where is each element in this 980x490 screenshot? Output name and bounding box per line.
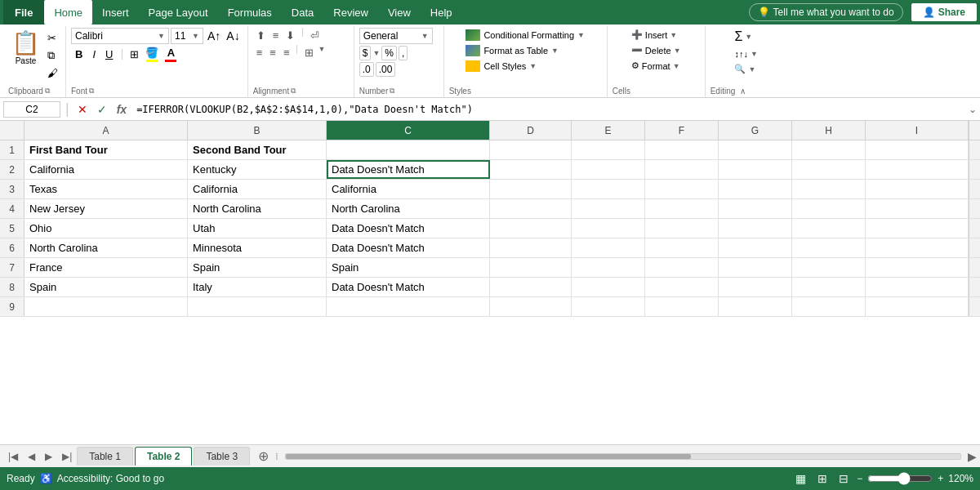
normal-view-button[interactable]: ▦: [792, 470, 809, 487]
cell-h4[interactable]: [792, 199, 866, 218]
cell-i1[interactable]: [866, 140, 969, 159]
cell-e5[interactable]: [572, 219, 645, 238]
borders-button[interactable]: ⊞: [127, 47, 141, 61]
percent-button[interactable]: %: [381, 46, 397, 60]
cell-f8[interactable]: [645, 278, 719, 296]
comma-button[interactable]: ,: [399, 46, 408, 60]
cell-c4[interactable]: North Carolina: [327, 199, 490, 218]
row-num-6[interactable]: 6: [0, 238, 24, 257]
row-num-8[interactable]: 8: [0, 278, 24, 296]
formula-expand-button[interactable]: ⌄: [969, 104, 977, 115]
merge-button[interactable]: ⊞: [301, 45, 317, 60]
cell-e4[interactable]: [572, 199, 645, 218]
row-num-3[interactable]: 3: [0, 180, 24, 198]
cell-c7[interactable]: Spain: [327, 258, 490, 277]
increase-decimal-button[interactable]: .00: [376, 62, 396, 77]
col-header-d[interactable]: D: [490, 121, 572, 140]
cell-h6[interactable]: [792, 238, 866, 257]
cell-b7[interactable]: Spain: [188, 258, 327, 277]
cell-f5[interactable]: [645, 219, 719, 238]
cell-a7[interactable]: France: [24, 258, 188, 277]
conditional-formatting-button[interactable]: Conditional Formatting ▼: [461, 28, 590, 42]
col-header-c[interactable]: C: [327, 121, 490, 140]
cell-f6[interactable]: [645, 238, 719, 257]
cell-h3[interactable]: [792, 180, 866, 198]
col-header-g[interactable]: G: [719, 121, 792, 140]
font-size-dropdown[interactable]: 11 ▼: [171, 28, 203, 44]
cancel-formula-button[interactable]: ✕: [74, 102, 91, 117]
cell-i4[interactable]: [866, 199, 969, 218]
currency-arrow[interactable]: ▼: [372, 49, 380, 57]
cell-e8[interactable]: [572, 278, 645, 296]
cell-b6[interactable]: Minnesota: [188, 238, 327, 257]
cell-d9[interactable]: [490, 297, 572, 316]
cell-c1[interactable]: [327, 140, 490, 159]
cell-d4[interactable]: [490, 199, 572, 218]
copy-button[interactable]: ⧉: [45, 48, 60, 63]
format-painter-button[interactable]: 🖌: [45, 66, 60, 80]
cell-d5[interactable]: [490, 219, 572, 238]
cell-b9[interactable]: [188, 297, 327, 316]
cell-a1[interactable]: First Band Tour: [24, 140, 188, 159]
cell-h2[interactable]: [792, 160, 866, 179]
cell-h7[interactable]: [792, 258, 866, 277]
cell-c2[interactable]: Data Doesn't Match: [327, 160, 490, 179]
col-header-h[interactable]: H: [792, 121, 866, 140]
tab-first-button[interactable]: |◀: [3, 449, 23, 464]
align-top-button[interactable]: ⬆: [253, 28, 269, 43]
tell-me-input[interactable]: 💡 Tell me what you want to do: [749, 3, 903, 21]
cell-a2[interactable]: California: [24, 160, 188, 179]
insert-button[interactable]: ➕ Insert ▼: [626, 28, 686, 42]
sort-filter-button[interactable]: ↕↑↓ ▼: [729, 47, 762, 60]
currency-button[interactable]: $: [359, 46, 372, 60]
bold-button[interactable]: B: [71, 47, 87, 62]
decrease-decimal-button[interactable]: .0: [359, 62, 374, 77]
align-middle-button[interactable]: ≡: [270, 28, 283, 43]
cell-g7[interactable]: [719, 258, 792, 277]
font-increase-button[interactable]: A↑: [205, 29, 223, 43]
align-left-button[interactable]: ≡: [253, 45, 266, 60]
cell-i5[interactable]: [866, 219, 969, 238]
cell-d8[interactable]: [490, 278, 572, 296]
function-button[interactable]: fx: [114, 102, 130, 117]
cell-e3[interactable]: [572, 180, 645, 198]
number-format-dropdown[interactable]: General ▼: [359, 28, 433, 44]
format-button[interactable]: ⚙ Format ▼: [626, 59, 686, 73]
font-color-button[interactable]: A: [163, 46, 179, 63]
row-num-7[interactable]: 7: [0, 258, 24, 277]
cell-reference-box[interactable]: [3, 101, 60, 118]
cell-c3[interactable]: California: [327, 180, 490, 198]
tab-last-button[interactable]: ▶|: [57, 449, 77, 464]
menu-data[interactable]: Data: [282, 0, 323, 24]
page-layout-view-button[interactable]: ⊞: [814, 470, 831, 487]
row-num-4[interactable]: 4: [0, 199, 24, 218]
row-num-9[interactable]: 9: [0, 297, 24, 316]
add-sheet-button[interactable]: ⊕: [252, 447, 275, 466]
cell-a4[interactable]: New Jersey: [24, 199, 188, 218]
number-expand-icon[interactable]: ⧉: [390, 87, 394, 96]
page-break-view-button[interactable]: ⊟: [835, 470, 852, 487]
underline-button[interactable]: U: [101, 47, 117, 62]
cell-g4[interactable]: [719, 199, 792, 218]
cell-e6[interactable]: [572, 238, 645, 257]
cell-c6[interactable]: Data Doesn't Match: [327, 238, 490, 257]
font-expand-icon[interactable]: ⧉: [89, 87, 94, 96]
cell-h8[interactable]: [792, 278, 866, 296]
zoom-slider[interactable]: [867, 472, 933, 485]
cell-g1[interactable]: [719, 140, 792, 159]
menu-view[interactable]: View: [378, 0, 421, 24]
tab-table1[interactable]: Table 1: [77, 447, 133, 466]
cell-f2[interactable]: [645, 160, 719, 179]
cell-g2[interactable]: [719, 160, 792, 179]
tab-table2[interactable]: Table 2: [135, 447, 192, 466]
cell-i6[interactable]: [866, 238, 969, 257]
clipboard-expand-icon[interactable]: ⧉: [45, 87, 50, 96]
cell-i7[interactable]: [866, 258, 969, 277]
alignment-expand-icon[interactable]: ⧉: [291, 87, 296, 96]
cell-a8[interactable]: Spain: [24, 278, 188, 296]
cell-e9[interactable]: [572, 297, 645, 316]
cell-g9[interactable]: [719, 297, 792, 316]
cell-e7[interactable]: [572, 258, 645, 277]
menu-formulas[interactable]: Formulas: [218, 0, 282, 24]
italic-button[interactable]: I: [88, 47, 100, 62]
